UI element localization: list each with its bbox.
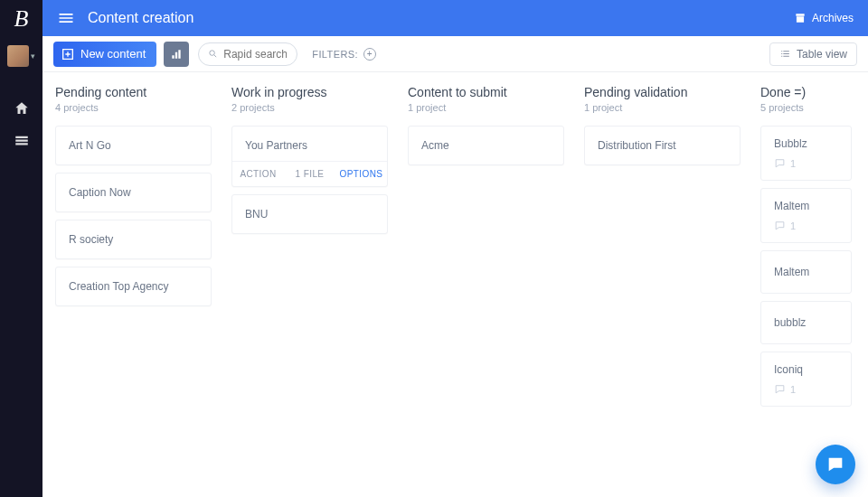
column-title: Content to submit <box>408 85 564 99</box>
kanban-column: Pending validation1 projectDistribution … <box>571 85 748 497</box>
new-content-label: New content <box>80 47 146 61</box>
card-title: Bubblz <box>761 127 851 157</box>
stats-button[interactable] <box>164 42 189 67</box>
kanban-card[interactable]: Caption Now <box>55 173 212 212</box>
card-title: Maltem <box>761 251 851 293</box>
column-title: Pending validation <box>584 85 741 99</box>
column-title: Work in progress <box>231 85 388 99</box>
kanban-card[interactable]: bubblz <box>760 301 852 344</box>
kanban-card[interactable]: Iconiq1 <box>760 352 852 407</box>
archives-link[interactable]: Archives <box>794 12 854 24</box>
svg-point-0 <box>210 51 215 56</box>
column-count: 2 projects <box>231 102 388 113</box>
card-comments: 1 <box>761 220 851 242</box>
comment-icon <box>774 220 786 231</box>
menu-toggle[interactable] <box>57 9 75 27</box>
chat-fab[interactable] <box>816 445 855 484</box>
card-title: Caption Now <box>56 173 211 211</box>
card-title: bubblz <box>761 302 851 343</box>
card-title: Creation Top Agency <box>56 267 211 305</box>
search-icon <box>208 49 218 59</box>
toolbar: New content FILTERS: + Table view <box>42 36 868 72</box>
search-input[interactable] <box>223 48 287 61</box>
card-comments: 1 <box>761 383 851 406</box>
top-bar: Content creation Archives <box>42 0 868 36</box>
app-logo: B <box>14 5 29 33</box>
table-view-label: Table view <box>797 48 847 61</box>
column-count: 1 project <box>408 102 564 113</box>
comment-icon <box>774 383 786 395</box>
card-options-button[interactable]: OPTIONS <box>335 162 387 186</box>
avatar <box>7 45 29 67</box>
new-content-button[interactable]: New content <box>53 42 156 67</box>
page-title: Content creation <box>88 10 794 26</box>
chevron-down-icon: ▾ <box>31 52 35 61</box>
archive-icon <box>794 12 807 24</box>
new-icon <box>61 47 75 61</box>
archives-label: Archives <box>812 12 854 24</box>
left-nav-rail: B ▾ <box>0 0 42 497</box>
kanban-card[interactable]: Bubblz1 <box>760 126 852 181</box>
kanban-board: Pending content4 projectsArt N GoCaption… <box>42 72 868 497</box>
column-title: Done =) <box>760 85 852 99</box>
card-comments: 1 <box>761 157 851 180</box>
hamburger-icon <box>57 9 75 27</box>
card-title: Acme <box>409 127 563 164</box>
column-count: 1 project <box>584 102 741 113</box>
kanban-card[interactable]: Acme <box>408 126 564 165</box>
kanban-card[interactable]: BNU <box>231 194 388 234</box>
kanban-card[interactable]: Art N Go <box>55 126 212 165</box>
card-file-button[interactable]: 1 FILE <box>284 162 335 186</box>
kanban-card[interactable]: Maltem <box>760 250 852 294</box>
card-title: R society <box>56 220 211 258</box>
card-title: Distribution First <box>585 127 740 164</box>
card-footer: ACTION1 FILEOPTIONS <box>232 161 387 186</box>
table-view-button[interactable]: Table view <box>769 42 857 66</box>
card-title: You Partners <box>232 127 387 161</box>
nav-boards[interactable] <box>0 125 42 157</box>
nav-home[interactable] <box>0 92 42 125</box>
card-title: Iconiq <box>761 352 851 383</box>
user-menu[interactable]: ▾ <box>7 45 35 67</box>
comment-icon <box>774 157 786 169</box>
chat-icon <box>826 455 845 474</box>
kanban-column: Work in progress2 projectsYou PartnersAC… <box>219 85 395 497</box>
kanban-card[interactable]: Distribution First <box>584 126 741 165</box>
kanban-card[interactable]: You PartnersACTION1 FILEOPTIONS <box>231 126 388 187</box>
column-count: 5 projects <box>760 102 852 113</box>
filters-label: FILTERS: + <box>312 48 376 61</box>
column-count: 4 projects <box>55 102 212 113</box>
search-input-wrap[interactable] <box>198 42 297 66</box>
kanban-column: Done =)5 projectsBubblz1Maltem1Maltembub… <box>748 85 852 497</box>
card-action-button[interactable]: ACTION <box>232 162 284 186</box>
card-title: BNU <box>232 195 387 233</box>
home-icon <box>14 100 30 117</box>
kanban-card[interactable]: R society <box>55 220 212 259</box>
kanban-card[interactable]: Creation Top Agency <box>55 267 212 306</box>
bar-chart-icon <box>170 48 183 61</box>
kanban-card[interactable]: Maltem1 <box>760 188 852 243</box>
card-title: Maltem <box>761 189 851 220</box>
column-title: Pending content <box>55 85 212 99</box>
boards-icon <box>14 133 30 149</box>
card-title: Art N Go <box>56 127 211 164</box>
kanban-column: Pending content4 projectsArt N GoCaption… <box>42 85 219 497</box>
add-filter-button[interactable]: + <box>363 48 376 61</box>
kanban-column: Content to submit1 projectAcme <box>395 85 571 497</box>
list-icon <box>779 48 791 60</box>
